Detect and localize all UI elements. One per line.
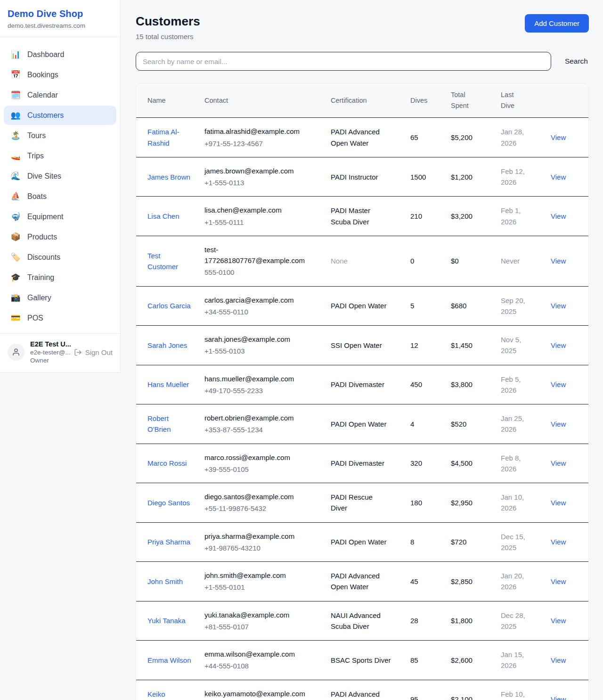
total-spent: $1,800 <box>451 607 501 634</box>
certification: PADI Instructor <box>331 172 378 182</box>
view-link[interactable]: View <box>551 341 566 349</box>
certification: PADI Divemaster <box>331 458 384 469</box>
sidebar-item-tours[interactable]: 🏝️ Tours <box>4 126 116 145</box>
customer-phone: +81-555-0107 <box>204 621 323 632</box>
customer-name-link[interactable]: Marco Rossi <box>147 458 187 469</box>
table-row: Sarah Jones sarah.jones@example.com +1-5… <box>136 326 588 365</box>
view-link[interactable]: View <box>551 499 566 507</box>
customer-phone: +1-555-0103 <box>204 346 323 356</box>
customer-name-link[interactable]: Diego Santos <box>147 497 190 508</box>
view-link[interactable]: View <box>551 212 566 220</box>
customer-name-link[interactable]: Emma Wilson <box>147 655 191 666</box>
sidebar-item-trips[interactable]: 🚤 Trips <box>4 146 116 165</box>
total-spent: $2,950 <box>451 489 501 516</box>
view-link[interactable]: View <box>551 302 566 310</box>
table-row: Test Customer test-1772681807767@example… <box>136 236 588 287</box>
customer-name-link[interactable]: Lisa Chen <box>147 211 179 222</box>
certification: PADI Master Scuba Diver <box>331 205 391 227</box>
customer-name-link[interactable]: Fatima Al-Rashid <box>147 126 192 148</box>
sidebar-item-customers[interactable]: 👥 Customers <box>4 106 116 125</box>
certification: PADI Advanced Open Water <box>331 126 391 148</box>
main-content: Customers 15 total customers Add Custome… <box>121 0 603 700</box>
certification: NAUI Advanced Scuba Diver <box>331 610 391 632</box>
customer-count: 15 total customers <box>136 33 200 41</box>
sidebar-item-label: Gallery <box>27 294 51 302</box>
user-name: E2E Test U... <box>30 340 68 348</box>
sidebar-item-discounts[interactable]: 🏷️ Discounts <box>4 247 116 267</box>
view-link[interactable]: View <box>551 538 566 546</box>
certification: PADI Open Water <box>331 536 386 547</box>
customer-phone: +1-555-0101 <box>204 582 323 593</box>
shop-title: Demo Dive Shop <box>8 8 113 19</box>
certification: PADI Open Water <box>331 419 386 429</box>
sidebar-item-label: Bookings <box>27 71 58 79</box>
customer-email: priya.sharma@example.com <box>204 531 305 542</box>
sidebar-item-calendar[interactable]: 🗓️ Calendar <box>4 85 116 105</box>
table-row: Yuki Tanaka yuki.tanaka@example.com +81-… <box>136 601 588 641</box>
customer-name-link[interactable]: Hans Mueller <box>147 379 189 390</box>
discounts-icon: 🏷️ <box>10 252 21 262</box>
customer-name-link[interactable]: Test Customer <box>147 250 192 272</box>
sidebar-item-gallery[interactable]: 📸 Gallery <box>4 288 116 307</box>
last-dive-date: Sep 20, 2025 <box>501 295 530 317</box>
customer-name-link[interactable]: Yuki Tanaka <box>147 615 186 626</box>
sidebar-item-bookings[interactable]: 📅 Bookings <box>4 65 116 84</box>
search-button[interactable]: Search <box>564 54 589 68</box>
table-row: Lisa Chen lisa.chen@example.com +1-555-0… <box>136 197 588 236</box>
sidebar-nav: 📊 Dashboard 📅 Bookings 🗓️ Calendar 👥 Cus… <box>0 37 120 333</box>
view-link[interactable]: View <box>551 459 566 467</box>
sidebar-item-equipment[interactable]: 🤿 Equipment <box>4 207 116 226</box>
sign-out-button[interactable]: Sign Out <box>74 348 113 356</box>
view-link[interactable]: View <box>551 173 566 181</box>
view-link[interactable]: View <box>551 617 566 625</box>
view-link[interactable]: View <box>551 133 566 141</box>
total-spent: $2,100 <box>451 686 501 700</box>
sidebar-item-training[interactable]: 🎓 Training <box>4 268 116 287</box>
certification: SSI Open Water <box>331 340 382 351</box>
sidebar-item-dashboard[interactable]: 📊 Dashboard <box>4 45 116 64</box>
total-spent: $4,500 <box>451 450 501 477</box>
customer-email: marco.rossi@example.com <box>204 452 305 463</box>
user-section: E2E Test U... e2e-tester@... Owner Sign … <box>0 333 120 372</box>
sidebar-item-boats[interactable]: ⛵ Boats <box>4 187 116 206</box>
last-dive-date: Feb 5, 2026 <box>501 374 530 396</box>
customer-name-link[interactable]: Carlos Garcia <box>147 300 191 311</box>
search-input[interactable] <box>136 52 551 71</box>
search-bar: Search <box>136 52 589 71</box>
dives-count: 65 <box>410 124 451 151</box>
sidebar-item-label: Tours <box>27 132 46 140</box>
sidebar-item-label: Dashboard <box>27 50 64 59</box>
total-spent: $0 <box>451 247 501 274</box>
dives-count: 180 <box>410 489 451 516</box>
view-link[interactable]: View <box>551 695 566 700</box>
view-link[interactable]: View <box>551 420 566 428</box>
view-link[interactable]: View <box>551 656 566 664</box>
table-row: Keiko Yamamoto keiko.yamamoto@example.co… <box>136 680 588 700</box>
last-dive-date: Never <box>501 255 520 266</box>
add-customer-button[interactable]: Add Customer <box>525 14 589 33</box>
view-link[interactable]: View <box>551 577 566 585</box>
sign-out-label: Sign Out <box>85 348 113 356</box>
view-link[interactable]: View <box>551 380 566 388</box>
sidebar-item-label: Products <box>27 233 57 241</box>
dashboard-icon: 📊 <box>10 49 21 59</box>
sidebar-item-products[interactable]: 📦 Products <box>4 227 116 247</box>
view-link[interactable]: View <box>551 257 566 265</box>
sidebar-item-label: Calendar <box>27 91 58 99</box>
page-header: Customers 15 total customers Add Custome… <box>136 14 589 41</box>
customer-email: fatima.alrashid@example.com <box>204 126 305 137</box>
calendar-icon: 🗓️ <box>10 90 21 100</box>
total-spent: $3,800 <box>451 371 501 398</box>
customer-email: lisa.chen@example.com <box>204 205 305 215</box>
sidebar-item-pos[interactable]: 💳 POS <box>4 308 116 328</box>
customer-name-link[interactable]: James Brown <box>147 172 190 182</box>
customer-name-link[interactable]: Priya Sharma <box>147 536 190 547</box>
customer-name-link[interactable]: John Smith <box>147 576 183 587</box>
customer-name-link[interactable]: Sarah Jones <box>147 340 187 351</box>
customer-name-link[interactable]: Robert O'Brien <box>147 413 192 435</box>
total-spent: $1,200 <box>451 164 501 190</box>
customer-name-link[interactable]: Keiko Yamamoto <box>147 689 192 700</box>
total-spent: $1,450 <box>451 332 501 359</box>
sidebar-item-dive-sites[interactable]: 🌊 Dive Sites <box>4 166 116 186</box>
dives-count: 5 <box>410 292 451 319</box>
